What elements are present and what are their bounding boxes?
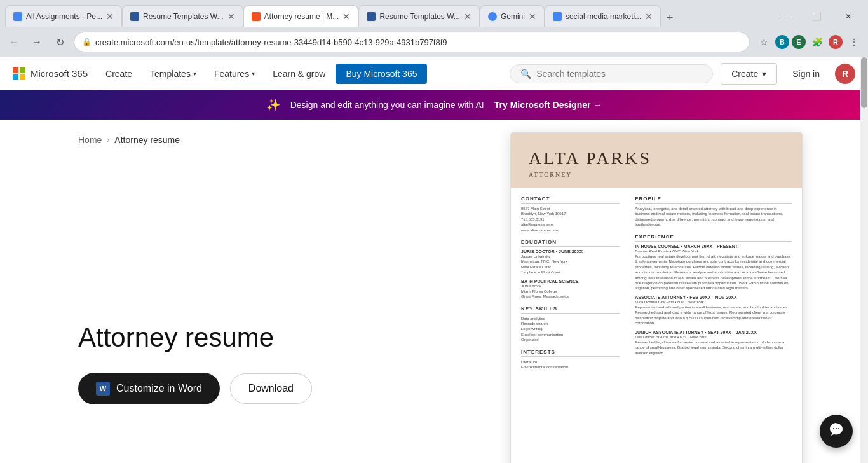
tab-label-4: Resume Templates W... xyxy=(379,12,460,21)
tab-close-1[interactable]: ✕ xyxy=(106,11,114,22)
banner-text: Design and edit anything you can imagine… xyxy=(290,100,484,110)
try-designer-link[interactable]: Try Microsoft Designer → xyxy=(494,100,602,110)
resume-education-heading: EDUCATION xyxy=(521,239,620,247)
resume-body: CONTACT 9567 Main StreetBrooklyn, New Yo… xyxy=(511,188,802,384)
resume-exp-3-desc: Researched legal issues for senior couns… xyxy=(635,340,792,356)
ms-brand-label: Microsoft 365 xyxy=(31,68,88,79)
address-bar[interactable]: 🔒 create.microsoft.com/en-us/template/at… xyxy=(74,32,750,52)
nav-learn-grow[interactable]: Learn & grow xyxy=(265,65,333,83)
resume-contact-section: CONTACT 9567 Main StreetBrooklyn, New Yo… xyxy=(521,196,620,233)
nav-create[interactable]: Create xyxy=(98,65,140,83)
chat-icon xyxy=(829,422,844,441)
signin-button[interactable]: Sign in xyxy=(782,64,830,84)
resume-interests-section: INTERESTS LiteratureEnvironmental conser… xyxy=(521,349,620,370)
tab-label-2: Resume Templates W... xyxy=(143,12,224,21)
bing-icon[interactable]: B xyxy=(775,35,789,49)
tab-label-1: All Assignments - Pe... xyxy=(26,12,102,21)
new-tab-button[interactable]: + xyxy=(661,9,679,27)
word-icon: W xyxy=(96,382,110,396)
user-profile-icon[interactable]: R xyxy=(829,35,843,49)
promo-banner: ✨ Design and edit anything you can imagi… xyxy=(0,90,868,120)
templates-chevron-icon: ▾ xyxy=(193,70,196,77)
star-icon[interactable]: ☆ xyxy=(755,33,773,51)
scrollbar-thumb[interactable] xyxy=(861,57,867,108)
ms-sq-blue xyxy=(13,74,18,80)
search-box[interactable]: 🔍 xyxy=(510,64,713,83)
resume-exp-1-title: IN-HOUSE COUNSEL • MARCH 20XX—PRESENT xyxy=(635,244,792,249)
customize-label: Customize in Word xyxy=(116,383,202,394)
tab-5[interactable]: Gemini ✕ xyxy=(480,5,545,27)
back-button[interactable]: ← xyxy=(5,33,23,51)
tab-close-3[interactable]: ✕ xyxy=(342,11,350,22)
menu-button[interactable]: ⋮ xyxy=(845,33,863,51)
resume-exp-3-company: Law Offices of Asha Arle • NYC, New York xyxy=(635,335,792,340)
lock-icon: 🔒 xyxy=(82,38,92,46)
customize-in-word-button[interactable]: W Customize in Word xyxy=(78,373,220,404)
resume-edu-1-school: Jasper UniversityManhattan, NYC, New Yor… xyxy=(521,254,620,275)
resume-skills-section: KEY SKILLS Data analyticsRecords searchL… xyxy=(521,306,620,343)
tab-6[interactable]: social media marketi... ✕ xyxy=(545,5,661,27)
resume-profile-heading: PROFILE xyxy=(635,196,792,204)
tab-bar: All Assignments - Pe... ✕ Resume Templat… xyxy=(0,0,868,27)
nav-create-label: Create xyxy=(105,69,132,79)
breadcrumb-separator: › xyxy=(107,135,109,144)
tab-4[interactable]: Resume Templates W... ✕ xyxy=(358,5,480,27)
resume-experience-section: EXPERIENCE IN-HOUSE COUNSEL • MARCH 20XX… xyxy=(635,234,792,356)
tab-label-3: Attorney resume | M... xyxy=(264,12,339,21)
tab-2[interactable]: Resume Templates W... ✕ xyxy=(122,5,243,27)
resume-interests-heading: INTERESTS xyxy=(521,349,620,357)
tab-close-6[interactable]: ✕ xyxy=(645,11,653,22)
tab-close-4[interactable]: ✕ xyxy=(464,11,471,22)
resume-role: ATTORNEY xyxy=(529,171,784,178)
search-input[interactable] xyxy=(536,69,702,79)
tab-label-5: Gemini xyxy=(501,12,525,21)
minimize-button[interactable]: — xyxy=(770,6,799,27)
resume-edu-1-degree: JURIS DOCTOR • JUNE 20XX xyxy=(521,249,620,254)
ms-sq-red xyxy=(13,67,18,73)
resume-name: ALTA PARKS xyxy=(529,148,784,169)
left-panel: Home › Attorney resume Attorney resume W… xyxy=(53,120,510,463)
nav-templates[interactable]: Templates ▾ xyxy=(142,65,204,83)
action-buttons: W Customize in Word Download xyxy=(78,373,485,404)
breadcrumb-home[interactable]: Home xyxy=(78,135,102,145)
resume-profile-text: Analytical, energetic, and detail-orient… xyxy=(635,206,792,228)
breadcrumb: Home › Attorney resume xyxy=(78,135,485,145)
close-button[interactable]: ✕ xyxy=(834,6,863,27)
create-dropdown-button[interactable]: Create ▾ xyxy=(721,63,777,85)
resume-right-col: PROFILE Analytical, energetic, and detai… xyxy=(627,188,802,384)
tab-favicon-2 xyxy=(130,12,139,21)
resume-exp-1-company: Bantam Real Estate • NYC, New York xyxy=(635,249,792,254)
resume-education-section: EDUCATION JURIS DOCTOR • JUNE 20XX Jaspe… xyxy=(521,239,620,300)
nav-learn-grow-label: Learn & grow xyxy=(273,69,325,79)
tab-close-2[interactable]: ✕ xyxy=(227,11,235,22)
resume-edu-2-degree: BA IN POLITICAL SCIENCE xyxy=(521,279,620,284)
tab-favicon-1 xyxy=(13,12,22,21)
ms365-logo[interactable]: Microsoft 365 xyxy=(13,67,88,80)
tab-label-6: social media marketi... xyxy=(566,12,641,21)
tab-3-active[interactable]: Attorney resume | M... ✕ xyxy=(243,5,359,27)
reload-button[interactable]: ↻ xyxy=(51,33,69,51)
buy-ms365-button[interactable]: Buy Microsoft 365 xyxy=(336,64,427,84)
ms-logo-squares xyxy=(13,67,25,80)
browser-chrome: All Assignments - Pe... ✕ Resume Templat… xyxy=(0,0,868,57)
create-label: Create xyxy=(731,69,758,79)
extension-icon-1[interactable]: E xyxy=(792,35,806,49)
user-avatar[interactable]: R xyxy=(835,64,855,84)
resume-skills-list: Data analyticsRecords searchLegal writin… xyxy=(521,316,620,343)
resume-edu-2-school: Miami Flores CollegeGreat Fines, Massach… xyxy=(521,289,620,300)
nav-features-label: Features xyxy=(214,69,249,79)
resume-contact-address: 9567 Main StreetBrooklyn, New York 10017… xyxy=(521,206,620,233)
download-button[interactable]: Download xyxy=(230,373,312,404)
resume-experience-heading: EXPERIENCE xyxy=(635,234,792,242)
resume-interests-list: LiteratureEnvironmental conservation xyxy=(521,359,620,370)
nav-features[interactable]: Features ▾ xyxy=(207,65,262,83)
maximize-button[interactable]: ⬜ xyxy=(802,6,831,27)
svg-point-2 xyxy=(838,428,839,429)
chat-fab-button[interactable] xyxy=(820,415,853,448)
extensions-button[interactable]: 🧩 xyxy=(808,33,826,51)
tab-favicon-3 xyxy=(252,12,261,21)
scrollbar-track[interactable] xyxy=(860,57,868,463)
tab-1[interactable]: All Assignments - Pe... ✕ xyxy=(5,5,122,27)
tab-close-5[interactable]: ✕ xyxy=(529,11,536,22)
forward-button[interactable]: → xyxy=(28,33,46,51)
